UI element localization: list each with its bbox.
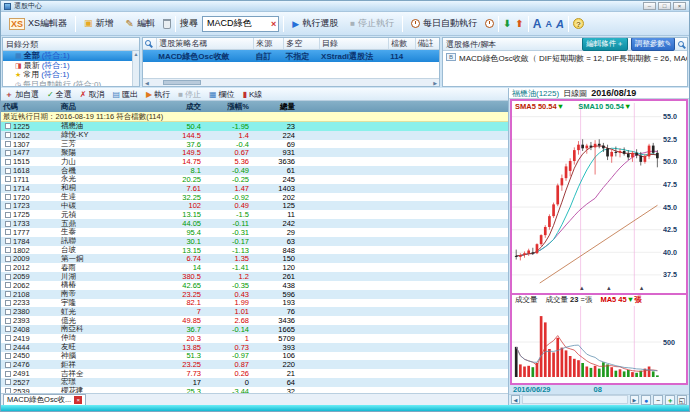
strategy-list-panel: 選股策略名稱來源多空目錄檔數備註 MACD綠色Osc收斂自訂不指定XStradi… xyxy=(142,37,440,87)
row-checkbox[interactable] xyxy=(5,344,11,350)
row-checkbox[interactable] xyxy=(5,265,11,271)
action-匯出[interactable]: ▤匯出 xyxy=(112,89,138,100)
strategy-cell: 自訂 xyxy=(253,51,283,62)
minimize-button[interactable]: – xyxy=(643,2,656,10)
expand-icon[interactable]: ◱ xyxy=(677,395,687,405)
font-larger-button[interactable]: A xyxy=(533,17,542,31)
help-icon[interactable]: ? xyxy=(573,18,584,29)
row-checkbox[interactable] xyxy=(5,229,11,235)
row-checkbox[interactable] xyxy=(5,159,11,165)
row-checkbox[interactable] xyxy=(5,256,11,262)
separator xyxy=(568,16,569,32)
action-取消[interactable]: ✗取消 xyxy=(80,89,105,100)
row-checkbox[interactable] xyxy=(5,176,11,182)
schedule-icon[interactable] xyxy=(485,19,494,28)
row-checkbox[interactable] xyxy=(5,141,11,147)
stock-col-header[interactable]: 漲幅% xyxy=(203,102,251,112)
clock-icon xyxy=(411,19,420,28)
zoom-icon[interactable] xyxy=(678,41,684,47)
row-checkbox[interactable] xyxy=(5,212,11,218)
row-checkbox[interactable] xyxy=(5,203,11,209)
row-checkbox[interactable] xyxy=(5,185,11,191)
action-加自選[interactable]: ＋加自選 xyxy=(5,89,39,100)
row-checkbox[interactable] xyxy=(5,353,11,359)
action-停止[interactable]: ■停止 xyxy=(178,89,201,100)
strategy-col-header[interactable]: 選股策略名稱 xyxy=(156,38,253,49)
stock-col-header[interactable]: 商品 xyxy=(59,102,151,112)
stock-col-header[interactable]: 代碼 xyxy=(1,102,59,112)
new-button[interactable]: ▣ 新增 xyxy=(80,15,118,32)
search-input[interactable] xyxy=(205,18,269,30)
font-reset-button[interactable]: A xyxy=(556,18,564,30)
zoom-in-icon[interactable]: ＋ xyxy=(665,395,675,405)
result-tab[interactable]: MACD綠色Osc收... × xyxy=(3,394,86,405)
action-欄位[interactable]: ▦欄位 xyxy=(209,89,235,100)
expander-icon[interactable]: B xyxy=(446,53,456,61)
edit-condition-button[interactable]: 編輯條件＋ xyxy=(582,37,628,51)
close-button[interactable]: × xyxy=(673,2,686,10)
action-全選[interactable]: ✓全選 xyxy=(47,89,72,100)
row-checkbox[interactable] xyxy=(5,274,11,280)
candlestick-svg: 37.540.042.545.047.550.052.555.0▲▲▲ xyxy=(512,101,686,292)
chart-scrollbar[interactable]: ◀ ▶ ● − ＋ ◱ xyxy=(509,394,689,405)
action-icon: ✗ xyxy=(80,90,87,99)
row-checkbox[interactable] xyxy=(5,291,11,297)
row-checkbox[interactable] xyxy=(5,318,11,324)
row-checkbox[interactable] xyxy=(5,168,11,174)
edit-button[interactable]: ✎ 編輯 xyxy=(122,15,159,32)
restore-view-icon[interactable]: ● xyxy=(641,395,651,405)
stock-col-header[interactable]: 總量 xyxy=(251,102,297,112)
delete-icon[interactable] xyxy=(163,19,171,29)
row-checkbox[interactable] xyxy=(5,238,11,244)
row-checkbox[interactable] xyxy=(5,150,11,156)
volume-chart[interactable]: 500 xyxy=(510,305,688,385)
stock-col-header[interactable]: 成交 xyxy=(151,102,203,112)
row-checkbox[interactable] xyxy=(5,371,11,377)
strategy-col-header[interactable]: 多空 xyxy=(283,38,319,49)
row-checkbox[interactable] xyxy=(5,132,11,138)
tab-close-icon[interactable]: × xyxy=(74,396,82,404)
row-checkbox[interactable] xyxy=(5,379,11,385)
clear-search-icon[interactable]: × xyxy=(271,19,276,29)
action-執行[interactable]: ▶執行 xyxy=(146,89,170,100)
action-icon: ▮ xyxy=(243,90,247,99)
strategy-col-header[interactable]: 備註 xyxy=(415,38,440,49)
xs-editor-button[interactable]: XS XS編輯器 xyxy=(5,15,71,32)
new-icon: ▣ xyxy=(84,19,93,28)
strategy-row[interactable]: MACD綠色Osc收斂自訂不指定XStradi選股法114 xyxy=(143,50,439,62)
strategy-col-header[interactable]: 檔數 xyxy=(388,38,414,49)
font-smaller-button[interactable]: A xyxy=(545,19,552,29)
row-checkbox[interactable] xyxy=(5,282,11,288)
strategy-hscrollbar[interactable]: ◀ ▶ xyxy=(143,78,439,86)
scroll-track[interactable] xyxy=(522,395,628,404)
row-checkbox[interactable] xyxy=(5,362,11,368)
row-checkbox[interactable] xyxy=(5,221,11,227)
row-checkbox[interactable] xyxy=(5,194,11,200)
strategy-col-header[interactable]: 目錄 xyxy=(319,38,388,49)
price-chart[interactable]: SMA5 50.54▼ SMA10 50.54▼ 37.540.042.545.… xyxy=(510,99,688,294)
strategy-col-header[interactable]: 來源 xyxy=(253,38,283,49)
script-content: B MACD綠色Osc收斂（ DIF短期期數 = 12, DIF長期期數 = 2… xyxy=(443,51,687,86)
row-checkbox[interactable] xyxy=(5,247,11,253)
export-icon[interactable]: ⬆ xyxy=(515,18,523,29)
action-K線[interactable]: ▮K線 xyxy=(243,89,263,100)
zoom-out-icon[interactable]: − xyxy=(653,395,663,405)
tree-item-每日自動執行[interactable]: ◷每日自動執行(符合:0) xyxy=(3,80,139,87)
app-icon xyxy=(4,3,11,10)
stop-run-button[interactable]: ■ 停止執行 xyxy=(346,15,398,32)
scroll-left-icon[interactable]: ◀ xyxy=(511,395,520,404)
row-checkbox[interactable] xyxy=(5,309,11,315)
adjust-param-button[interactable]: 調整參數✎ xyxy=(631,37,675,51)
import-icon[interactable]: ⬇ xyxy=(503,18,511,29)
row-checkbox[interactable] xyxy=(5,300,11,306)
action-icon: ▦ xyxy=(209,90,217,99)
row-checkbox[interactable] xyxy=(5,123,11,129)
daily-auto-run-button[interactable]: 每日自動執行 xyxy=(407,15,481,32)
sma-legend: SMA5 50.54▼ SMA10 50.54▼ xyxy=(515,102,631,111)
scroll-right-icon[interactable]: ▶ xyxy=(630,395,639,404)
run-screen-button[interactable]: ▶ 執行選股 xyxy=(288,15,342,32)
row-checkbox[interactable] xyxy=(5,335,11,341)
maximize-button[interactable]: □ xyxy=(658,2,671,10)
tree-scrollbar[interactable]: ▲ xyxy=(132,51,139,86)
row-checkbox[interactable] xyxy=(5,326,11,332)
